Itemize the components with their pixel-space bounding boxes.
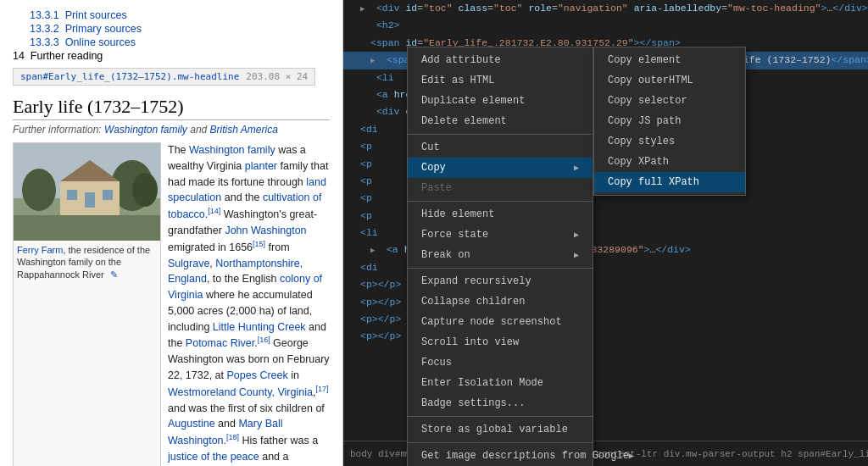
further-link-2[interactable]: British America (210, 124, 278, 136)
svg-rect-10 (85, 192, 95, 208)
link-hunting-creek[interactable]: Little Hunting Creek (213, 321, 306, 333)
menu-store-global[interactable]: Store as global variable (408, 419, 593, 440)
link-planter[interactable]: planter (245, 160, 277, 172)
menu-add-attribute[interactable]: Add attribute (408, 50, 593, 70)
menu-capture-screenshot[interactable]: Capture node screenshot (408, 312, 593, 332)
menu-hide-element[interactable]: Hide element (408, 204, 593, 225)
menu-scroll-into-view[interactable]: Scroll into view (408, 332, 593, 352)
toc-item-13-3-2[interactable]: 13.3.2 Primary sources (13, 22, 330, 36)
link-augustine[interactable]: Augustine (168, 418, 215, 430)
svg-point-3 (22, 169, 56, 211)
svg-rect-9 (103, 190, 113, 200)
menu-break-on[interactable]: Break on ▶ (408, 245, 593, 265)
link-sulgrave[interactable]: Sulgrave (168, 258, 209, 269)
link-westmoreland[interactable]: Westmoreland County, Virginia (168, 386, 313, 398)
menu-cut[interactable]: Cut (408, 137, 593, 158)
link-justice[interactable]: justice of the peace (168, 451, 259, 463)
expand-icon[interactable]: ▶ (370, 245, 381, 257)
left-panel: 13.3.1 Print sources 13.3.2 Primary sour… (0, 0, 343, 466)
menu-delete-element[interactable]: Delete element (408, 111, 593, 131)
menu-copy[interactable]: Copy ▶ (408, 158, 593, 178)
link-popes-creek[interactable]: Popes Creek (227, 369, 288, 381)
copy-submenu: Copy element Copy outerHTML Copy selecto… (593, 47, 746, 196)
toc-list: 13.3.1 Print sources 13.3.2 Primary sour… (13, 8, 330, 63)
edit-icon[interactable]: ✎ (110, 269, 118, 280)
image-caption: Ferry Farm, the residence of the Washing… (14, 241, 160, 284)
separator-4 (408, 416, 593, 417)
link-potomac[interactable]: Potomac River (186, 337, 254, 349)
toc-item-13-3-1[interactable]: 13.3.1 Print sources (13, 8, 330, 22)
separator-2 (408, 201, 593, 202)
link-john-washington[interactable]: John Washington (225, 225, 306, 236)
code-line: ▶ <div id="toc" class="toc" role="naviga… (343, 0, 868, 17)
menu-force-state[interactable]: Force state ▶ (408, 225, 593, 245)
arrow-icon: ▶ (574, 230, 579, 240)
context-menu: Add attribute Edit as HTML Duplicate ele… (407, 47, 593, 466)
toc-item-13-3-3[interactable]: 13.3.3 Online sources (13, 36, 330, 49)
menu-focus[interactable]: Focus (408, 352, 593, 373)
menu-collapse-children[interactable]: Collapse children (408, 291, 593, 312)
section-heading: Early life (1732–1752) (13, 96, 330, 120)
submenu-copy-element[interactable]: Copy element (594, 50, 745, 70)
submenu-copy-js-path[interactable]: Copy JS path (594, 111, 745, 131)
badge-dims: 203.08 × 24 (246, 71, 308, 82)
devtools-panel: ▶ <div id="toc" class="toc" role="naviga… (343, 0, 868, 466)
svg-rect-8 (67, 190, 77, 200)
menu-image-descriptions[interactable]: Get image descriptions from Google ▶ (408, 446, 593, 466)
arrow-icon: ▶ (574, 163, 579, 173)
further-info: Further information: Washington family a… (13, 124, 330, 136)
submenu-copy-full-xpath[interactable]: Copy full XPath (594, 172, 745, 192)
arrow-icon: ▶ (574, 250, 579, 260)
image-placeholder (14, 143, 160, 241)
menu-expand-recursively[interactable]: Expand recursively (408, 271, 593, 291)
svg-point-5 (132, 173, 158, 207)
toc-item-14[interactable]: 14 Further reading (13, 49, 330, 63)
wiki-image: Ferry Farm, the residence of the Washing… (13, 142, 161, 466)
separator-5 (408, 442, 593, 443)
menu-enter-isolation[interactable]: Enter Isolation Mode (408, 373, 593, 393)
separator-1 (408, 134, 593, 135)
link-washington-family[interactable]: Washington family (189, 144, 275, 156)
svg-rect-11 (14, 215, 160, 241)
separator-3 (408, 268, 593, 269)
expand-icon[interactable]: ▶ (370, 55, 381, 67)
expand-icon[interactable]: ▶ (360, 3, 370, 15)
article-text: The Washington family was a wealthy Virg… (168, 142, 330, 466)
submenu-copy-styles[interactable]: Copy styles (594, 131, 745, 152)
submenu-copy-outerhtml[interactable]: Copy outerHTML (594, 70, 745, 91)
element-badge: span#Early_life_(1732–1752).mw-headline2… (13, 68, 315, 86)
badge-selector: span#Early_life_(1732–1752).mw-headline (20, 71, 239, 82)
menu-badge-settings[interactable]: Badge settings... (408, 393, 593, 413)
submenu-copy-selector[interactable]: Copy selector (594, 91, 745, 111)
caption-link[interactable]: Ferry Farm (17, 245, 63, 255)
content-area: Ferry Farm, the residence of the Washing… (13, 142, 330, 466)
menu-edit-as-html[interactable]: Edit as HTML (408, 70, 593, 91)
arrow-icon: ▶ (629, 451, 634, 461)
menu-paste: Paste (408, 178, 593, 198)
menu-duplicate-element[interactable]: Duplicate element (408, 91, 593, 111)
submenu-copy-xpath[interactable]: Copy XPath (594, 152, 745, 172)
further-link-1[interactable]: Washington family (104, 124, 187, 136)
code-line: <h2> (343, 17, 868, 34)
